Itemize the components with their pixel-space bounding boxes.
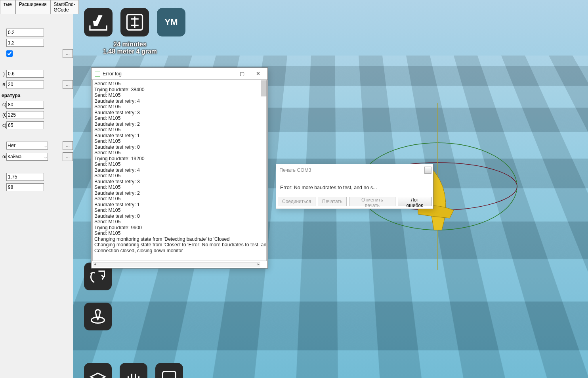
log-line: Baudrate test retry: 0 [94,213,265,219]
print-dialog-close-button[interactable] [424,167,431,174]
more-3-button[interactable]: ... [63,141,73,150]
print-estimate: 24 minutes 1.48 meter 4 gram [103,41,157,55]
save-gcode-icon[interactable] [84,8,113,36]
log-line: Baudrate test retry: 2 [94,190,265,196]
flow-input[interactable] [6,183,44,191]
log-line: Baudrate test retry: 4 [94,98,265,104]
svg-rect-5 [163,372,176,378]
log-line: Trying baudrate: 9600 [94,225,265,231]
log-line: Send: M105 [94,196,265,202]
view-mode-button[interactable] [84,303,112,330]
option-checkbox[interactable] [6,50,13,57]
log-line: Trying baudrate: 38400 [94,87,265,93]
log-line: Send: M105 [94,127,265,133]
lbl-b: я [2,82,5,87]
scrollbar-vertical[interactable] [261,81,267,96]
window-icon [95,71,100,77]
error-log-title: Error log [103,71,122,77]
close-button[interactable]: ✕ [250,68,266,79]
log-line: Baudrate test retry: 0 [94,144,265,150]
temp1-input[interactable] [6,101,44,109]
print-button: Печатать [318,197,347,206]
log-line: Send: M105 [94,207,265,213]
log-line: Baudrate test retry: 3 [94,110,265,116]
temp2-input[interactable] [6,111,44,119]
support-button[interactable] [120,363,147,378]
share-icon[interactable] [120,8,149,36]
lbl-adh: олу [2,154,5,159]
connect-button: Соединиться [278,197,315,206]
more-2-button[interactable]: ... [63,80,73,89]
log-line: Baudrate test retry: 1 [94,202,265,208]
tab-1[interactable]: тые [0,0,15,14]
more-button[interactable] [155,363,183,378]
log-line: Baudrate test retry: 4 [94,167,265,173]
log-line: Send: M105 [94,161,265,167]
log-line: Send: M105 [94,92,265,98]
cancel-print-button: Отменить печать [349,197,395,206]
log-line: Send: M105 [94,173,265,179]
log-line: Send: M105 [94,104,265,110]
log-line: Send: M105 [94,115,265,121]
estimate-time: 24 minutes [103,41,157,48]
scrollbar-horizontal[interactable] [93,262,260,267]
ym-label: YM [165,17,178,27]
bottom-toolbar [84,363,183,378]
print-dialog-titlebar[interactable]: Печать COM3 [276,164,433,176]
log-line: Connection closed, closing down monitor [94,248,265,254]
lbl-t2: (C) [2,112,5,118]
log-line: Send: M105 [94,150,265,156]
print-dialog-title: Печать COM3 [279,167,311,173]
log-line: Changing monitoring state from 'Closed' … [94,242,265,248]
log-lines: Send: M105Trying baudrate: 38400Send: M1… [93,80,266,254]
log-line: Send: M105 [94,230,265,236]
temp3-input[interactable] [6,121,44,129]
print-dialog[interactable]: Печать COM3 Error: No more baudrates to … [276,164,433,209]
ym-icon[interactable]: YM [157,8,185,36]
log-line: Send: M105 [94,219,265,225]
print-dialog-message: Error: No more baudrates to test, and no… [276,176,433,192]
lbl-a: ) [2,71,5,77]
layers-button[interactable] [84,363,112,378]
log-line: Send: M105 [94,138,265,144]
more-4-button[interactable]: ... [63,152,73,161]
val-b-input[interactable] [6,81,44,88]
filament-diam-input[interactable] [6,173,44,181]
tab-gcode[interactable]: Start/End-GCode [50,0,79,14]
more-1-button[interactable]: ... [63,49,73,58]
error-log-body[interactable]: Send: M105Trying baudrate: 38400Send: M1… [92,80,267,261]
minimize-button[interactable]: — [218,68,234,79]
val-a-input[interactable] [6,70,44,78]
tab-extensions[interactable]: Расширения [15,0,50,14]
lbl-t3: c) [2,123,5,128]
log-line: Changing monitoring state from 'Detectin… [94,236,265,242]
log-line: Baudrate test retry: 3 [94,179,265,185]
settings-panel: тые Расширения Start/End-GCode ... ) я .… [0,0,73,378]
maximize-button[interactable]: ▢ [234,68,250,79]
shell-input[interactable] [6,39,44,47]
layer-height-input[interactable] [6,29,44,36]
error-log-window[interactable]: Error log — ▢ ✕ Send: M105Trying baudrat… [91,67,268,269]
log-line: Baudrate test retry: 1 [94,133,265,139]
error-log-titlebar[interactable]: Error log — ▢ ✕ [92,68,267,80]
lbl-t1: c) [2,102,5,107]
log-line: Send: M105 [94,81,265,87]
log-line: Send: M105 [94,184,265,190]
adhesion-dropdown[interactable]: Кайма [6,153,48,161]
log-line: Trying baudrate: 19200 [94,156,265,162]
error-log-button[interactable]: Лог ошибок [398,197,431,206]
section-temperature: ература [0,93,73,98]
support-dropdown[interactable]: Нет [6,142,48,150]
estimate-material: 1.48 meter 4 gram [103,48,157,55]
log-line: Baudrate test retry: 2 [94,121,265,127]
